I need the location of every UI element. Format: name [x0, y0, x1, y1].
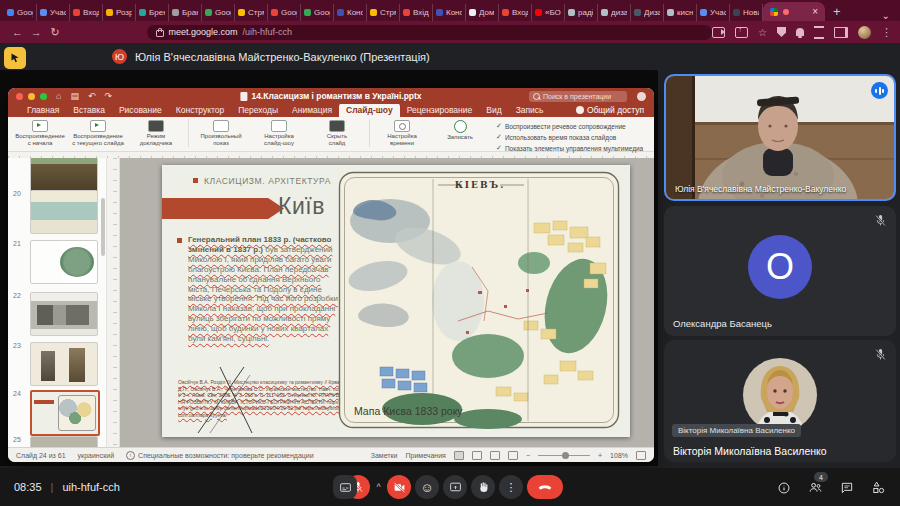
browser-tab[interactable]: диза: [598, 4, 631, 21]
accessibility-status[interactable]: iСпециальные возможности: проверьте реко…: [126, 451, 314, 460]
camera-in-use-icon[interactable]: [712, 27, 725, 38]
checkbox-show-media-controls[interactable]: ✓Показать элементы управления мультимеди…: [496, 144, 643, 152]
browser-tab-active-meet[interactable]: ×: [763, 2, 825, 21]
shield-extension-icon[interactable]: [777, 27, 786, 37]
browser-tab[interactable]: Учас: [37, 4, 70, 21]
browser-tab[interactable]: раді: [565, 4, 598, 21]
slide-thumbnail-panel[interactable]: 20 21 22 23 24 25: [8, 158, 107, 448]
browser-tab[interactable]: Goog: [202, 4, 235, 21]
browser-tab[interactable]: кисн: [664, 4, 697, 21]
minimize-window-icon[interactable]: [28, 93, 35, 100]
browser-tab[interactable]: Goog: [301, 4, 334, 21]
undo-icon[interactable]: ↶: [88, 92, 96, 101]
current-slide[interactable]: КЛАСИЦИЗМ. АРХІТЕКТУРА Київ Генеральний …: [162, 165, 630, 437]
tab-risovanie[interactable]: Рисование: [112, 103, 169, 117]
zoom-out-button[interactable]: −: [526, 452, 530, 459]
reading-view-button[interactable]: [490, 451, 500, 460]
share-icon[interactable]: [735, 27, 748, 38]
back-button[interactable]: ←: [8, 26, 27, 38]
profile-avatar[interactable]: [858, 26, 871, 39]
reactions-button[interactable]: ☺: [415, 475, 439, 499]
bookmark-star-icon[interactable]: ☆: [758, 27, 767, 38]
translate-extension-icon[interactable]: [814, 26, 824, 39]
browser-tab[interactable]: Дом: [466, 4, 499, 21]
tab-slideshow[interactable]: Слайд-шоу: [339, 103, 400, 117]
slide-thumbnail[interactable]: [30, 342, 98, 386]
tab-animatsiya[interactable]: Анимация: [285, 103, 339, 117]
slide-sorter-view-button[interactable]: [472, 451, 482, 460]
normal-view-button[interactable]: [454, 451, 464, 460]
tab-zapis[interactable]: Запись: [509, 103, 551, 117]
browser-tab[interactable]: Вхід: [400, 4, 433, 21]
browser-tab[interactable]: Учас: [697, 4, 730, 21]
present-screen-button[interactable]: [443, 475, 467, 499]
rehearse-timings-button[interactable]: Настройка времени: [374, 119, 430, 147]
home-icon[interactable]: ⌂: [56, 92, 61, 101]
checkbox-play-narration[interactable]: ✓Воспроизвести речевое сопровождение: [496, 122, 643, 130]
video-tile-presenter[interactable]: Юлія В'ячеславівна Майстренко-Вакуленко: [664, 74, 896, 201]
checkbox-use-timings[interactable]: ✓Использовать время показа слайдов: [496, 133, 643, 141]
activities-button[interactable]: [871, 480, 886, 499]
tab-list-chevron-icon[interactable]: ⌄: [882, 10, 890, 21]
hide-slide-button[interactable]: Скрыть слайд: [309, 119, 365, 147]
play-from-start-button[interactable]: Воспроизведение с начала: [12, 119, 68, 147]
browser-tab[interactable]: Goog: [4, 4, 37, 21]
record-button[interactable]: Записать: [432, 119, 488, 141]
browser-menu-icon[interactable]: ⋮: [881, 26, 892, 39]
slide-thumbnail[interactable]: [30, 240, 98, 284]
browser-tab[interactable]: Диза: [631, 4, 664, 21]
address-bar[interactable]: meet.google.com/uih-hfuf-cch: [147, 25, 713, 40]
forward-button[interactable]: →: [27, 26, 46, 38]
browser-tab[interactable]: Конф: [334, 4, 367, 21]
tab-vstavka[interactable]: Вставка: [66, 103, 112, 117]
video-tile-participant[interactable]: Вікторія Миколаївна Василенко Вікторія М…: [664, 340, 896, 462]
tab-vid[interactable]: Вид: [479, 103, 508, 117]
presentation-search-box[interactable]: Поиск в презентации: [529, 91, 627, 102]
zoom-in-button[interactable]: +: [598, 452, 602, 459]
close-window-icon[interactable]: [16, 93, 23, 100]
slide-thumbnail[interactable]: [30, 158, 98, 194]
more-options-button[interactable]: ⋮: [499, 475, 523, 499]
presenter-mode-button[interactable]: Режим докладчика: [128, 119, 184, 147]
notes-button[interactable]: Заметки: [371, 452, 398, 459]
redo-icon[interactable]: ↷: [105, 92, 113, 101]
browser-tab[interactable]: Вход: [499, 4, 532, 21]
browser-tab[interactable]: Бран: [169, 4, 202, 21]
raise-hand-button[interactable]: [471, 475, 495, 499]
presenting-indicator-icon[interactable]: [4, 47, 26, 69]
tab-perekhody[interactable]: Переходы: [231, 103, 285, 117]
browser-tab[interactable]: Брен: [136, 4, 169, 21]
browser-tab[interactable]: Розр: [103, 4, 136, 21]
browser-tab[interactable]: Конф: [433, 4, 466, 21]
fit-slide-button[interactable]: [636, 451, 646, 460]
browser-tab[interactable]: Стрм: [235, 4, 268, 21]
zoom-slider[interactable]: [538, 455, 590, 456]
tab-konstruktor[interactable]: Конструктор: [169, 103, 231, 117]
custom-show-button[interactable]: Произвольный показ: [193, 119, 249, 147]
account-icon[interactable]: [637, 92, 646, 101]
end-call-button[interactable]: [527, 475, 563, 499]
sidebar-extension-icon[interactable]: [834, 27, 848, 38]
video-tile-participant[interactable]: О Олександра Басанець: [664, 206, 896, 336]
bell-extension-icon[interactable]: [796, 28, 804, 36]
meeting-details-button[interactable]: [777, 481, 791, 499]
browser-tab[interactable]: Вход: [70, 4, 103, 21]
language-indicator[interactable]: украинский: [78, 452, 115, 459]
browser-tab[interactable]: Goog: [268, 4, 301, 21]
reload-button[interactable]: ↻: [46, 26, 65, 39]
setup-slideshow-button[interactable]: Настройка слайд-шоу: [251, 119, 307, 147]
captions-button[interactable]: [333, 475, 357, 499]
camera-toggle-button[interactable]: [387, 475, 411, 499]
camera-options-chevron[interactable]: ^: [374, 482, 383, 492]
thumbnail-scrollbar[interactable]: [101, 198, 105, 256]
maximize-window-icon[interactable]: [40, 93, 47, 100]
chat-button[interactable]: [840, 481, 854, 499]
browser-tab[interactable]: Нова: [730, 4, 763, 21]
participants-button[interactable]: 4: [808, 480, 823, 499]
browser-tab[interactable]: Стрм: [367, 4, 400, 21]
play-from-current-button[interactable]: Воспроизведение с текущего слайда: [70, 119, 126, 147]
slide-thumbnail[interactable]: [30, 190, 98, 234]
comments-button[interactable]: Примечания: [405, 452, 445, 459]
tab-close-icon[interactable]: ×: [812, 7, 818, 17]
slide-thumbnail[interactable]: [30, 292, 98, 336]
